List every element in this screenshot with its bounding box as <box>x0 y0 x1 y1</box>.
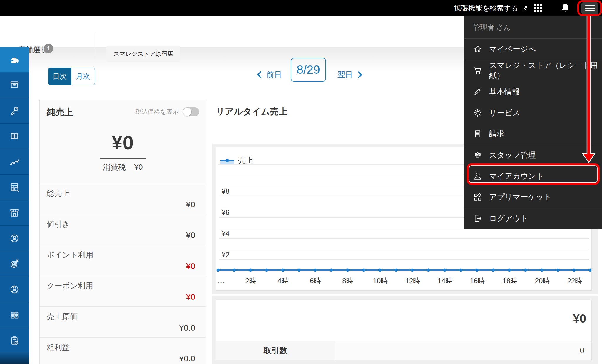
menu-item-label: アプリマーケット <box>489 192 551 202</box>
sidebar-item-store[interactable] <box>0 200 29 226</box>
daily-tab[interactable]: 日次 <box>48 68 71 85</box>
monthly-tab[interactable]: 月次 <box>71 68 95 85</box>
x-axis-tick: 10時 <box>373 276 388 286</box>
customer-icon <box>8 283 21 296</box>
date-picker-button[interactable]: 8/29 <box>291 58 326 82</box>
extension-search-label: 拡張機能を検索する <box>454 4 518 13</box>
x-axis-tick: 12時 <box>405 276 420 286</box>
menu-item-smaregi-store[interactable]: スマレジ・ストア（レシート用紙） <box>464 60 602 81</box>
menu-item-mypage[interactable]: マイページへ <box>464 39 602 60</box>
consumption-tax-label: 消費税 <box>103 163 126 171</box>
sidebar-item-keys[interactable] <box>0 98 29 124</box>
breakdown-row-coupons-used: クーポン利用 ¥0 <box>40 276 206 306</box>
x-axis-tick: 4時 <box>277 276 288 286</box>
breakdown-row-discount: 値引き ¥0 <box>40 214 206 245</box>
x-axis-tick: 16時 <box>470 276 485 286</box>
hero-divider <box>100 158 146 159</box>
prev-day-label: 前日 <box>267 70 282 80</box>
breakdown-row-points-used: ポイント利用 ¥0 <box>40 245 206 276</box>
hamburger-menu-button[interactable] <box>581 2 598 14</box>
extension-search-link[interactable]: 拡張機能を検索する <box>454 0 528 16</box>
net-sales-amount: ¥0 <box>40 132 206 154</box>
row-label: 総売上 <box>47 188 70 198</box>
prev-day-button[interactable]: 前日 <box>258 68 282 82</box>
tax-included-label: 税込価格を表示 <box>136 108 179 116</box>
menu-item-app-market[interactable]: アプリマーケット <box>464 187 602 208</box>
menu-item-label: マイアカウント <box>489 171 544 181</box>
net-sales-title: 純売上 <box>47 106 73 118</box>
period-toggle: 日次 月次 <box>48 68 95 85</box>
menu-item-staff-management[interactable]: スタッフ管理 <box>464 144 602 166</box>
menu-item-logout[interactable]: ログアウト <box>464 208 602 229</box>
sidebar-item-report[interactable] <box>0 175 29 200</box>
transactions-label: 取引数 <box>216 341 335 360</box>
member-badge-icon <box>8 232 21 245</box>
next-day-button[interactable]: 翌日 <box>337 68 361 82</box>
menu-item-label: サービス <box>489 108 520 118</box>
x-axis-tick: 2時 <box>245 276 256 286</box>
store-count-badge: 1 <box>44 44 53 53</box>
summary-total-amount: ¥0 <box>573 312 586 325</box>
person-icon <box>473 172 482 181</box>
breakdown-row-cost: 売上原価 ¥0.0 <box>40 306 206 337</box>
store-bar-divider <box>95 33 95 63</box>
summary-card: ¥0 取引数 0 <box>216 300 592 360</box>
notification-bell-icon[interactable] <box>561 3 570 13</box>
row-label: クーポン利用 <box>47 281 93 291</box>
logout-icon <box>473 214 482 223</box>
cart-icon <box>473 66 482 75</box>
selected-store-chip[interactable]: スマレジストア原宿店 <box>106 45 180 62</box>
x-axis-tick: 8時 <box>342 276 353 286</box>
sales-trend-icon <box>8 155 21 168</box>
report-search-icon <box>8 181 21 194</box>
tax-included-toggle[interactable] <box>183 107 199 116</box>
row-label: 値引き <box>47 219 70 229</box>
row-label: 粗利益 <box>47 342 70 353</box>
sidebar-item-ledger[interactable] <box>0 124 29 149</box>
sidebar-item-dashboard[interactable] <box>0 47 29 73</box>
invoice-icon <box>473 129 482 138</box>
sidebar-item-customers[interactable] <box>0 277 29 302</box>
menu-item-basic-info[interactable]: 基本情報 <box>464 81 602 102</box>
sidebar-item-sales-trend[interactable] <box>0 149 29 175</box>
breakdown-row-gross-profit: 粗利益 ¥0.0 <box>40 337 206 364</box>
row-value: ¥0 <box>186 231 195 240</box>
api-key-icon <box>8 104 21 117</box>
inventory-check-icon <box>8 334 21 347</box>
next-day-label: 翌日 <box>337 70 353 80</box>
net-sales-panel: 純売上 税込価格を表示 ¥0 消費税 ¥0 総売上 ¥0 値引き ¥0 ポイント… <box>39 100 206 364</box>
sidebar-item-inventory-check[interactable] <box>0 328 29 353</box>
row-value: ¥0.0 <box>179 354 195 363</box>
external-link-icon <box>522 5 528 11</box>
menu-item-label: スマレジ・ストア（レシート用紙） <box>489 60 602 81</box>
account-greeting: 管理者 さん <box>464 16 602 39</box>
stock-drawer-icon <box>8 308 21 322</box>
sidebar-item-target[interactable] <box>0 251 29 277</box>
summary-panel: ¥0 取引数 0 <box>212 296 598 364</box>
menu-item-billing[interactable]: 請求 <box>464 123 602 144</box>
menu-item-label: ログアウト <box>489 213 528 224</box>
menu-item-my-account[interactable]: マイアカウント <box>464 166 602 187</box>
menu-item-services[interactable]: サービス <box>464 102 602 123</box>
row-label: 売上原価 <box>47 311 77 322</box>
pencil-icon <box>473 87 482 96</box>
app-market-icon <box>473 193 482 202</box>
apps-grid-icon[interactable] <box>534 4 542 12</box>
sales-target-icon <box>8 257 21 271</box>
storefront-icon <box>8 206 21 220</box>
row-value: ¥0 <box>186 200 195 209</box>
row-value: ¥0 <box>186 292 195 302</box>
breakdown-row-gross-sales: 総売上 ¥0 <box>40 183 206 214</box>
sidebar-item-members[interactable] <box>0 226 29 251</box>
menu-item-label: 請求 <box>489 129 504 139</box>
sidebar-item-stock[interactable] <box>0 302 29 328</box>
storage-box-icon <box>8 78 21 92</box>
staff-group-icon <box>473 151 482 159</box>
x-axis-tick: 22時 <box>567 276 582 286</box>
transactions-value: 0 <box>335 341 591 360</box>
top-header-bar: 拡張機能を検索する <box>0 0 602 16</box>
sidebar-item-products[interactable] <box>0 73 29 98</box>
row-label: ポイント利用 <box>47 250 93 260</box>
x-axis-tick: 14時 <box>438 276 453 286</box>
x-axis-tick: 18時 <box>503 276 518 286</box>
